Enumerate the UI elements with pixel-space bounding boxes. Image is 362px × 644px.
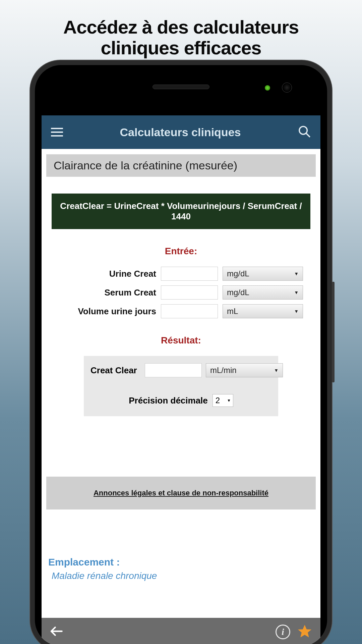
urine-creat-unit-select[interactable]: mg/dL bbox=[223, 267, 303, 281]
promo-line1: Accédez à des calculateurs bbox=[63, 16, 299, 38]
phone-camera bbox=[282, 83, 292, 93]
precision-value: 2 bbox=[216, 396, 220, 405]
unit-value: mL bbox=[227, 307, 238, 316]
phone-speaker bbox=[153, 85, 209, 89]
result-row: Creat Clear mL/min bbox=[90, 363, 272, 377]
result-heading: Résultat: bbox=[42, 335, 320, 346]
phone-inner: Calculateurs cliniques Clairance de la c… bbox=[35, 65, 327, 644]
menu-icon[interactable] bbox=[51, 128, 63, 137]
serum-creat-input[interactable] bbox=[161, 285, 218, 300]
unit-value: mg/dL bbox=[227, 288, 249, 297]
legal-link[interactable]: Annonces légales et clause de non-respon… bbox=[94, 489, 268, 497]
location-link[interactable]: Maladie rénale chronique bbox=[52, 571, 320, 581]
serum-creat-unit-select[interactable]: mg/dL bbox=[223, 285, 303, 300]
phone-side-button bbox=[332, 282, 335, 382]
legal-disclaimer-box: Annonces légales et clause de non-respon… bbox=[46, 477, 316, 509]
result-box: Creat Clear mL/min Précision décimale 2 bbox=[84, 356, 278, 416]
unit-value: mL/min bbox=[210, 366, 237, 375]
phone-sensor-led bbox=[265, 85, 270, 91]
promo-line2: cliniques efficaces bbox=[101, 37, 261, 58]
result-unit-select[interactable]: mL/min bbox=[206, 363, 283, 377]
volume-urine-input[interactable] bbox=[161, 304, 218, 318]
entry-heading: Entrée: bbox=[42, 246, 320, 257]
header-title: Calculateurs cliniques bbox=[63, 126, 298, 139]
back-icon[interactable] bbox=[50, 625, 63, 639]
volume-urine-unit-select[interactable]: mL bbox=[223, 304, 303, 318]
info-icon[interactable]: i bbox=[276, 625, 290, 639]
phone-frame: Calculateurs cliniques Clairance de la c… bbox=[30, 60, 332, 644]
svg-point-0 bbox=[299, 126, 307, 134]
precision-row: Précision décimale 2 bbox=[90, 394, 272, 407]
search-icon[interactable] bbox=[298, 125, 311, 140]
svg-marker-3 bbox=[298, 625, 311, 637]
formula-display: CreatClear = UrineCreat * Volumeurinejou… bbox=[52, 194, 310, 229]
urine-creat-input[interactable] bbox=[161, 267, 218, 281]
svg-line-1 bbox=[306, 133, 310, 137]
field-row-serum-creat: Serum Creat mg/dL bbox=[42, 285, 320, 300]
result-output bbox=[145, 363, 202, 377]
precision-label: Précision décimale bbox=[129, 395, 208, 406]
field-row-volume-urine: Volume urine jours mL bbox=[42, 304, 320, 318]
field-label: Volume urine jours bbox=[59, 306, 156, 317]
field-row-urine-creat: Urine Creat mg/dL bbox=[42, 267, 320, 281]
unit-value: mg/dL bbox=[227, 269, 249, 278]
content-area: Clairance de la créatinine (mesurée) Cre… bbox=[42, 149, 320, 618]
app-header: Calculateurs cliniques bbox=[42, 115, 320, 149]
precision-select[interactable]: 2 bbox=[213, 394, 233, 407]
result-field-label: Creat Clear bbox=[90, 365, 141, 376]
field-label: Serum Creat bbox=[59, 287, 156, 298]
footer-bar: i bbox=[42, 618, 320, 644]
field-label: Urine Creat bbox=[59, 269, 156, 279]
app-screen: Calculateurs cliniques Clairance de la c… bbox=[42, 115, 320, 644]
favorite-star-icon[interactable] bbox=[297, 624, 312, 640]
location-heading: Emplacement : bbox=[48, 556, 320, 568]
calculator-title: Clairance de la créatinine (mesurée) bbox=[46, 154, 316, 177]
promo-title: Accédez à des calculateurs cliniques eff… bbox=[0, 0, 362, 68]
